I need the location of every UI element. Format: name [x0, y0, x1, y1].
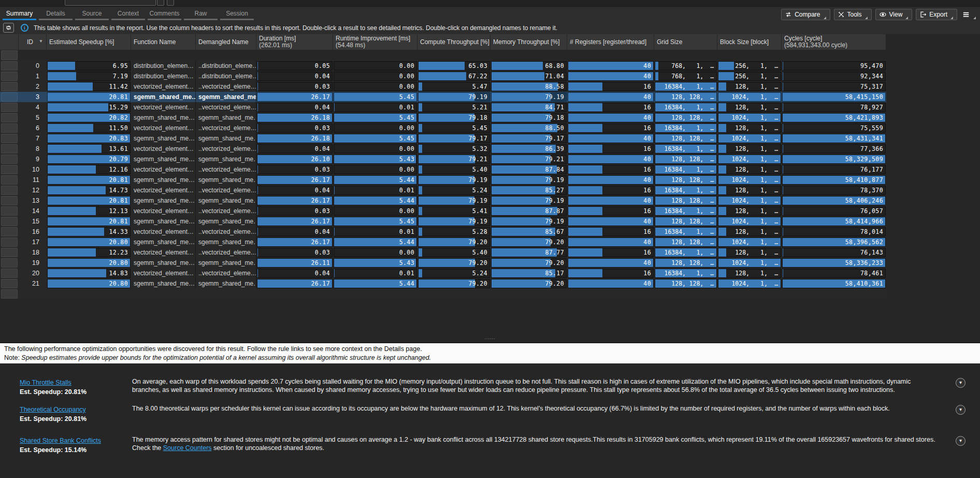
id-cell[interactable]: 14	[19, 206, 47, 216]
metric-cell[interactable]: 5.24	[417, 268, 491, 278]
metric-cell[interactable]: 75,317	[782, 81, 886, 92]
metric-cell[interactable]: 0.00	[333, 61, 417, 71]
size-cell[interactable]: 256,1,…	[717, 61, 782, 71]
column-header-4[interactable]: Duration [ms](262.01 ms)	[256, 34, 333, 50]
tools-button[interactable]: Tools	[834, 9, 872, 20]
metric-cell[interactable]: 79.21	[417, 154, 491, 164]
size-cell[interactable]: 128,1,…	[717, 268, 782, 278]
metric-cell[interactable]: 0.03	[256, 81, 333, 92]
id-cell[interactable]: 9	[19, 154, 47, 164]
metric-cell[interactable]: 58,410,361	[782, 278, 886, 289]
column-header-11[interactable]: Cycles [cycle](584,931,343.00 cycle)	[782, 34, 886, 50]
metric-cell[interactable]: 0.05	[256, 61, 333, 71]
metric-cell[interactable]: 20.82	[47, 113, 131, 123]
metric-cell[interactable]: 20.80	[47, 237, 131, 247]
metric-cell[interactable]: 75,559	[782, 123, 886, 133]
metric-cell[interactable]: 6.95	[47, 61, 131, 71]
metric-cell[interactable]: 16	[567, 123, 654, 133]
size-cell[interactable]: 16384,1,…	[654, 144, 717, 154]
metric-cell[interactable]: 26.17	[256, 278, 333, 289]
metric-cell[interactable]: 5.45	[333, 113, 417, 123]
size-cell[interactable]: 1024,1,…	[717, 278, 782, 289]
column-header-7[interactable]: Memory Throughput [%]	[491, 34, 567, 50]
metric-cell[interactable]: 5.45	[333, 133, 417, 144]
table-row[interactable]: 1614.33vectorized_element…..vectorized_e…	[0, 227, 886, 237]
metric-cell[interactable]: 79.20	[417, 237, 491, 247]
metric-cell[interactable]: 92,344	[782, 71, 886, 81]
metric-cell[interactable]: 79.19	[491, 175, 567, 185]
metric-cell[interactable]: 79.17	[491, 133, 567, 144]
metric-cell[interactable]: 76,177	[782, 164, 886, 175]
table-row[interactable]: 720.83sgemm_shared_me…sgemm_shared_me…26…	[0, 133, 886, 144]
row-handle[interactable]	[0, 81, 19, 92]
metric-cell[interactable]: 79.19	[491, 195, 567, 206]
tab-summary[interactable]: Summary	[3, 7, 36, 21]
row-handle[interactable]	[0, 113, 19, 123]
column-header-8[interactable]: # Registers [register/thread]	[567, 34, 654, 50]
metric-cell[interactable]: 79.20	[417, 258, 491, 268]
metric-cell[interactable]: 79.21	[491, 154, 567, 164]
metric-cell[interactable]: 15.29	[47, 102, 131, 113]
rule-collapse-button[interactable]: ▾	[956, 436, 965, 446]
name-cell[interactable]: vectorized_element…	[131, 81, 196, 92]
metric-cell[interactable]: 20.80	[47, 258, 131, 268]
metric-cell[interactable]: 78,370	[782, 185, 886, 195]
metric-cell[interactable]: 12.16	[47, 164, 131, 175]
metric-cell[interactable]: 0.00	[333, 206, 417, 216]
metric-cell[interactable]: 79.17	[417, 133, 491, 144]
metric-cell[interactable]: 12.13	[47, 206, 131, 216]
metric-cell[interactable]: 20.80	[47, 278, 131, 289]
name-cell[interactable]: sgemm_shared_me…	[131, 92, 196, 102]
metric-cell[interactable]: 40	[567, 154, 654, 164]
metric-cell[interactable]: 14.73	[47, 185, 131, 195]
row-handle[interactable]	[0, 216, 19, 227]
size-cell[interactable]: 128,128,…	[654, 278, 717, 289]
column-header-0[interactable]: ID▼	[19, 34, 47, 50]
size-cell[interactable]: 1024,1,…	[717, 154, 782, 164]
metric-cell[interactable]: 20.81	[47, 195, 131, 206]
metric-cell[interactable]: 16	[567, 206, 654, 216]
size-cell[interactable]: 128,1,…	[717, 102, 782, 113]
table-row[interactable]: 1720.80sgemm_shared_me…sgemm_shared_me…2…	[0, 237, 886, 247]
rule-collapse-button[interactable]: ▾	[956, 405, 965, 415]
row-handle[interactable]	[0, 61, 19, 71]
name-cell[interactable]: sgemm_shared_me…	[196, 216, 256, 227]
metric-cell[interactable]: 58,431,341	[782, 133, 886, 144]
metric-cell[interactable]: 79.18	[491, 113, 567, 123]
metric-cell[interactable]: 0.00	[333, 81, 417, 92]
size-cell[interactable]: 16384,1,…	[654, 185, 717, 195]
row-handle[interactable]	[0, 247, 19, 258]
metric-cell[interactable]: 26.17	[256, 195, 333, 206]
name-cell[interactable]: vectorized_element…	[131, 102, 196, 113]
metric-cell[interactable]: 78,014	[782, 227, 886, 237]
metric-cell[interactable]: 20.83	[47, 133, 131, 144]
column-header-5[interactable]: Runtime Improvement [ms](54.48 ms)	[333, 34, 417, 50]
view-button[interactable]: View	[875, 9, 913, 20]
row-handle[interactable]	[0, 185, 19, 195]
metric-cell[interactable]: 79.19	[417, 175, 491, 185]
metric-cell[interactable]: 5.44	[333, 195, 417, 206]
metric-cell[interactable]: 77,366	[782, 144, 886, 154]
metric-cell[interactable]: 58,396,562	[782, 237, 886, 247]
metric-cell[interactable]: 40	[567, 133, 654, 144]
size-cell[interactable]: 128,128,…	[654, 113, 717, 123]
name-cell[interactable]: vectorized_element…	[131, 206, 196, 216]
metric-cell[interactable]: 0.03	[256, 123, 333, 133]
row-handle[interactable]	[0, 144, 19, 154]
metric-cell[interactable]: 16	[567, 227, 654, 237]
metric-cell[interactable]: 40	[567, 258, 654, 268]
partial-search-box[interactable]	[65, 0, 156, 6]
size-cell[interactable]: 16384,1,…	[654, 247, 717, 258]
metric-cell[interactable]: 5.32	[417, 144, 491, 154]
metric-cell[interactable]: 14.33	[47, 227, 131, 237]
hamburger-menu-button[interactable]	[961, 9, 977, 20]
metric-cell[interactable]: 16	[567, 268, 654, 278]
partial-toolbar-button[interactable]	[157, 0, 164, 6]
row-handle[interactable]	[0, 92, 19, 102]
metric-cell[interactable]: 87.87	[491, 206, 567, 216]
metric-cell[interactable]: 0.01	[333, 185, 417, 195]
metric-cell[interactable]: 88.50	[491, 123, 567, 133]
id-cell[interactable]: 11	[19, 175, 47, 185]
metric-cell[interactable]: 16	[567, 144, 654, 154]
metric-cell[interactable]: 5.40	[417, 247, 491, 258]
